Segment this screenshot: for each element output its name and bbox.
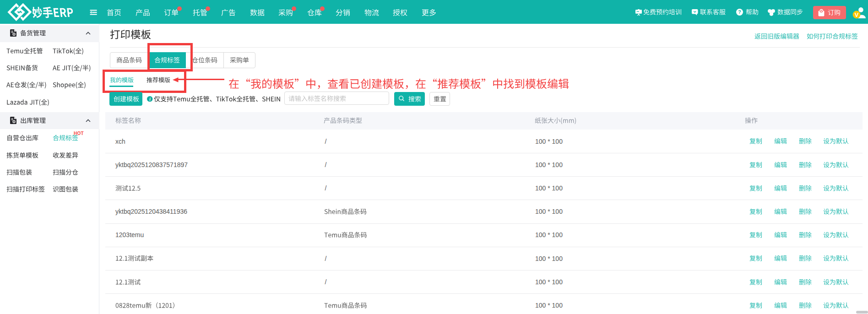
svg-text:V: V (855, 11, 859, 18)
svg-text:i: i (150, 97, 151, 102)
svg-text:?: ? (738, 9, 741, 15)
